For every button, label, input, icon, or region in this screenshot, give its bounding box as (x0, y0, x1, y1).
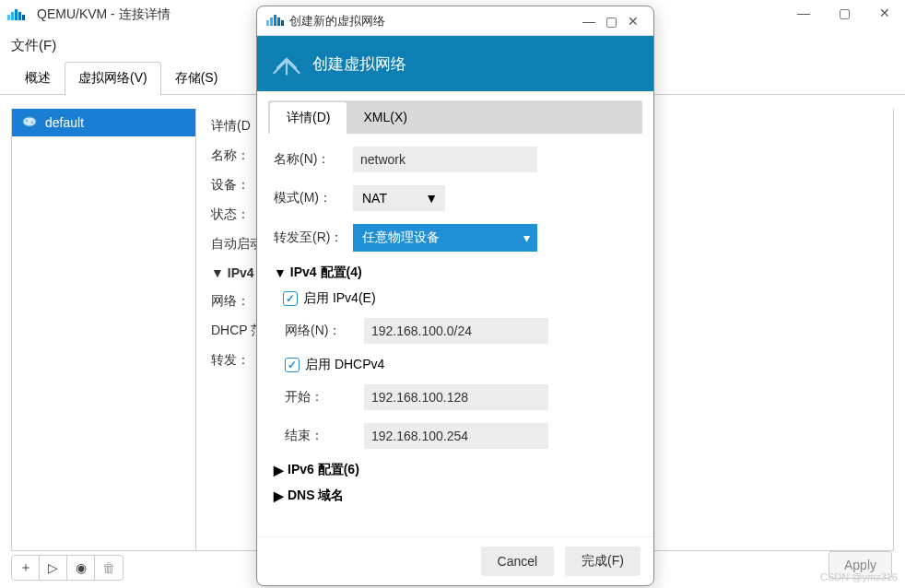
net-label: 网络(N)： (285, 323, 355, 339)
enable-ipv4-label: 启用 IPv4(E) (303, 290, 376, 307)
tab-storage[interactable]: 存储(S) (161, 62, 232, 94)
start-input[interactable] (364, 384, 548, 410)
sidebar-item-label: default (45, 115, 84, 130)
network-icon (21, 114, 38, 131)
dialog-sub-tabs: 详情(D) XML(X) (268, 100, 642, 134)
bottom-toolbar: ＋ ▷ ◉ 🗑 (11, 555, 123, 581)
network-wizard-icon (272, 49, 301, 78)
ipv6-section-header[interactable]: ▶ IPv6 配置(6) (274, 462, 637, 478)
ipv4-section-header[interactable]: ▼ IPv4 配置(4) (274, 265, 637, 281)
dns-section-header[interactable]: ▶ DNS 域名 (274, 488, 637, 504)
main-close-button[interactable]: ✕ (872, 4, 898, 22)
forward-label: 转发至(R)： (274, 229, 344, 246)
main-maximize-button[interactable]: ▢ (831, 4, 857, 22)
chevron-down-icon: ▾ (523, 230, 530, 245)
enable-dhcpv4-checkbox[interactable] (285, 358, 300, 372)
start-label: 开始： (285, 389, 355, 406)
mode-value: NAT (362, 191, 387, 206)
dialog-header-title: 创建虚拟网络 (312, 53, 406, 75)
sub-tab-xml[interactable]: XML(X) (347, 102, 423, 134)
svg-point-2 (31, 122, 33, 123)
tab-virtual-networks[interactable]: 虚拟网络(V) (65, 62, 161, 95)
delete-network-button[interactable]: 🗑 (95, 556, 123, 580)
add-network-button[interactable]: ＋ (12, 556, 40, 580)
dialog-body: 详情(D) XML(X) 名称(N)： 模式(M)： NAT ▼ 转发至(R)：… (257, 91, 653, 536)
dialog-close-button[interactable]: ✕ (622, 12, 644, 30)
cancel-button[interactable]: Cancel (481, 547, 555, 576)
enable-dhcpv4-label: 启用 DHCPv4 (305, 357, 384, 373)
main-window-title: QEMU/KVM - 连接详情 (37, 6, 170, 23)
sub-tab-details[interactable]: 详情(D) (270, 102, 347, 134)
dialog-title-bar: 创建新的虚拟网络 — ▢ ✕ (257, 6, 653, 36)
net-input[interactable] (364, 318, 548, 344)
dialog-header: 创建虚拟网络 (257, 36, 653, 91)
app-logo-icon (7, 9, 29, 20)
end-label: 结束： (285, 428, 355, 444)
stop-network-button[interactable]: ◉ (67, 556, 95, 580)
sidebar-item-default[interactable]: default (12, 109, 195, 136)
dialog-logo-icon (266, 14, 284, 29)
enable-ipv4-checkbox[interactable] (283, 291, 298, 306)
tab-overview[interactable]: 概述 (11, 62, 65, 94)
forward-dropdown[interactable]: 任意物理设备 ▾ (353, 224, 537, 252)
dialog-window-title: 创建新的虚拟网络 (289, 13, 385, 29)
chevron-down-icon: ▼ (425, 191, 438, 206)
apply-button[interactable]: Apply (829, 551, 892, 579)
end-input[interactable] (364, 423, 548, 449)
main-minimize-button[interactable]: — (791, 4, 817, 22)
network-sidebar: default (12, 109, 196, 550)
mode-label: 模式(M)： (274, 190, 344, 206)
svg-point-0 (23, 117, 36, 126)
dialog-maximize-button[interactable]: ▢ (600, 12, 622, 30)
mode-dropdown[interactable]: NAT ▼ (353, 185, 445, 211)
dialog-minimize-button[interactable]: — (578, 12, 600, 30)
name-input[interactable] (353, 147, 537, 172)
create-network-dialog: 创建新的虚拟网络 — ▢ ✕ 创建虚拟网络 详情(D) XML(X) 名称(N)… (256, 6, 654, 586)
finish-button[interactable]: 完成(F) (565, 547, 641, 576)
svg-point-1 (26, 120, 28, 122)
dialog-footer: Cancel 完成(F) (257, 536, 653, 585)
name-label: 名称(N)： (274, 151, 344, 168)
forward-value: 任意物理设备 (362, 229, 440, 244)
dialog-form: 名称(N)： 模式(M)： NAT ▼ 转发至(R)： 任意物理设备 ▾ ▼ I… (268, 134, 642, 526)
start-network-button[interactable]: ▷ (40, 556, 67, 580)
